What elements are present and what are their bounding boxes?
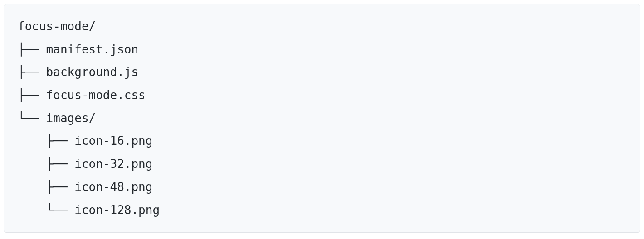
- file-tree-block: focus-mode/ ├── manifest.json ├── backgr…: [4, 4, 640, 233]
- tree-line: └── icon-128.png: [18, 203, 160, 217]
- tree-line: └── images/: [18, 111, 96, 125]
- tree-line: ├── focus-mode.css: [18, 88, 146, 102]
- tree-line: ├── manifest.json: [18, 43, 138, 56]
- tree-line: ├── icon-32.png: [18, 157, 152, 171]
- tree-line: focus-mode/: [18, 19, 96, 33]
- tree-line: ├── icon-48.png: [18, 180, 152, 194]
- tree-line: ├── icon-16.png: [18, 134, 152, 148]
- tree-line: ├── background.js: [18, 65, 138, 79]
